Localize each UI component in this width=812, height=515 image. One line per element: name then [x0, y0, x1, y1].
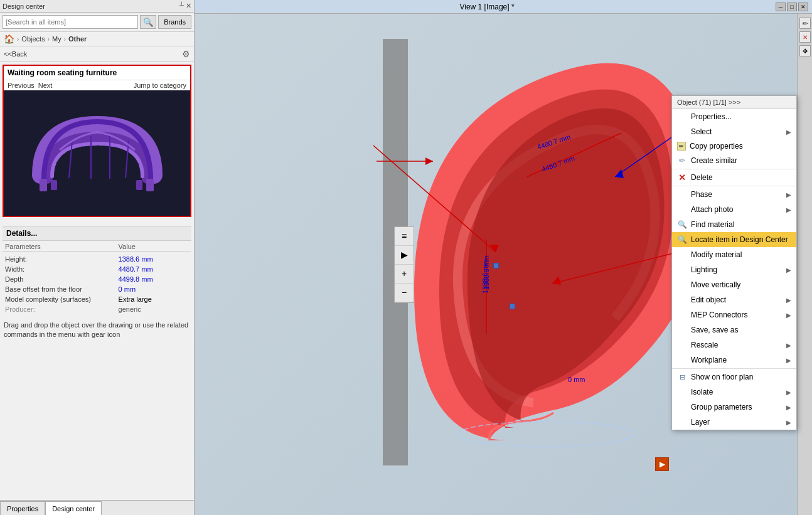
back-link[interactable]: <<Back [4, 50, 27, 58]
param-base-offset-label: Base offset from the floor [3, 284, 116, 294]
ctx-lighting[interactable]: Lighting ▶ [672, 262, 796, 277]
panel-close-icon[interactable]: ✕ [186, 2, 191, 10]
ctx-find-material[interactable]: 🔍 Find material [672, 217, 796, 232]
close-button[interactable]: ✕ [798, 3, 808, 11]
right-toolbar: ✏ ✕ ✥ [797, 14, 812, 515]
delete-icon: ✕ [677, 173, 687, 183]
ctx-floor-plan-label: Show on floor plan [691, 373, 753, 381]
ctx-attach-photo-label: Attach photo [691, 205, 733, 214]
ctx-delete[interactable]: ✕ Delete [672, 170, 796, 185]
jump-to-category[interactable]: Jump to category [134, 82, 186, 89]
svg-rect-4 [136, 180, 142, 190]
ctx-isolate[interactable]: Isolate ▶ [672, 385, 796, 400]
ctx-attach-photo[interactable]: Attach photo ▶ [672, 202, 796, 217]
collapse-button[interactable]: ▶ [655, 457, 669, 471]
ctx-edit-object-label: Edit object [691, 295, 726, 304]
details-title: Details... [6, 229, 37, 238]
ctx-lighting-label: Lighting [691, 265, 717, 274]
bottom-tabs: Properties Design center [0, 500, 194, 515]
view-titlebar: View 1 [Image] * ─ □ ✕ [195, 0, 812, 14]
ctx-copy-properties-label: Copy properties [690, 142, 743, 151]
param-producer: Producer: generic [3, 304, 191, 314]
home-icon[interactable]: 🏠 [4, 34, 14, 44]
back-bar: <<Back ⚙ [0, 46, 194, 62]
move-tool[interactable]: ✥ [799, 45, 811, 56]
tab-properties[interactable]: Properties [0, 501, 45, 515]
phase-icon [677, 189, 687, 199]
minimize-button[interactable]: ─ [776, 3, 786, 11]
design-center-title: Design center [3, 3, 45, 10]
param-width-value: 4480.7 mm [116, 264, 191, 274]
search-input[interactable] [3, 15, 138, 29]
ctx-modify-material[interactable]: Modify material [672, 247, 796, 262]
breadcrumb-my[interactable]: My [52, 35, 61, 43]
ctx-mep-connectors[interactable]: MEP Connectors ▶ [672, 307, 796, 322]
plus-tool-button[interactable]: + [395, 265, 414, 284]
group-params-icon [677, 402, 687, 412]
context-menu: Object (71) [1/1] >>> Properties... Sele… [671, 95, 797, 430]
ctx-modify-material-label: Modify material [691, 250, 742, 259]
ctx-group-parameters[interactable]: Group parameters ▶ [672, 400, 796, 415]
mep-icon [677, 310, 687, 320]
breadcrumb-other[interactable]: Other [68, 35, 87, 43]
search-button[interactable]: 🔍 [140, 15, 156, 29]
ctx-create-similar-label: Create similar [691, 156, 737, 165]
gear-icon[interactable]: ⚙ [182, 49, 190, 59]
svg-rect-2 [51, 180, 57, 190]
tab-design-center[interactable]: Design center [45, 501, 102, 515]
breadcrumb-objects[interactable]: Objects [21, 35, 45, 43]
param-base-offset-value: 0 mm [116, 284, 191, 294]
param-width: Width: 4480.7 mm [3, 264, 191, 274]
separator-2 [672, 186, 796, 186]
group-params-arrow: ▶ [786, 404, 791, 411]
next-button[interactable]: Next [38, 82, 53, 89]
param-height-label: Height: [3, 254, 116, 264]
edit-object-arrow: ▶ [786, 297, 791, 304]
ctx-group-parameters-label: Group parameters [691, 403, 752, 411]
select-arrow: ▶ [786, 129, 791, 135]
pin-icon[interactable]: ┴ [179, 2, 184, 10]
view-canvas: 4480.7 mm 1388.6 mm 0 mm 4480.7 mm 1388.… [195, 14, 812, 515]
param-depth-value: 4499.8 mm [116, 274, 191, 284]
delete-tool[interactable]: ✕ [799, 31, 811, 43]
param-complexity-value: Extra large [116, 294, 191, 304]
params-header-row: Parameters Value [3, 242, 191, 252]
view-controls: ─ □ ✕ [776, 3, 808, 11]
ctx-move-vertically[interactable]: Move vertically [672, 277, 796, 292]
hamburger-tool-button[interactable]: ≡ [395, 227, 414, 246]
param-complexity-label: Model complexity (surfaces) [3, 294, 116, 304]
ctx-layer[interactable]: Layer ▶ [672, 415, 796, 430]
ctx-workplane[interactable]: Workplane ▶ [672, 353, 796, 368]
ctx-save[interactable]: Save, save as [672, 322, 796, 337]
params-col-name: Parameters [3, 242, 116, 252]
rescale-arrow: ▶ [786, 342, 791, 349]
ctx-workplane-label: Workplane [691, 356, 727, 364]
brands-button[interactable]: Brands [158, 15, 191, 29]
ctx-locate-item-label: Locate item in Design Center [691, 235, 788, 244]
previous-button[interactable]: Previous [8, 82, 35, 89]
ctx-select[interactable]: Select ▶ [672, 124, 796, 139]
edit-object-icon [677, 295, 687, 305]
selection-handle-2 [510, 304, 515, 309]
ctx-locate-item[interactable]: 🔍 Locate item in Design Center [672, 232, 796, 247]
ctx-rescale[interactable]: Rescale ▶ [672, 337, 796, 353]
ctx-layer-label: Layer [691, 418, 710, 427]
ctx-copy-properties[interactable]: ✏ Copy properties [672, 139, 796, 153]
ctx-properties[interactable]: Properties... [672, 109, 796, 124]
move-vertically-icon [677, 280, 687, 290]
play-tool-button[interactable]: ▶ [395, 246, 414, 265]
param-depth: Depth 4499.8 mm [3, 274, 191, 284]
create-similar-icon: ✏ [677, 156, 687, 166]
maximize-button[interactable]: □ [787, 3, 797, 11]
ctx-edit-object[interactable]: Edit object ▶ [672, 292, 796, 307]
minus-tool-button[interactable]: − [395, 284, 414, 302]
param-producer-label: Producer: [3, 304, 116, 314]
pencil-tool[interactable]: ✏ [799, 18, 811, 29]
separator-3 [672, 368, 796, 369]
param-width-label: Width: [3, 264, 116, 274]
ctx-show-floor-plan[interactable]: ⊟ Show on floor plan [672, 369, 796, 385]
ctx-create-similar[interactable]: ✏ Create similar [672, 153, 796, 168]
design-center-titlebar: Design center ┴ ✕ [0, 0, 194, 13]
phase-arrow: ▶ [786, 191, 791, 198]
ctx-phase[interactable]: Phase ▶ [672, 187, 796, 202]
